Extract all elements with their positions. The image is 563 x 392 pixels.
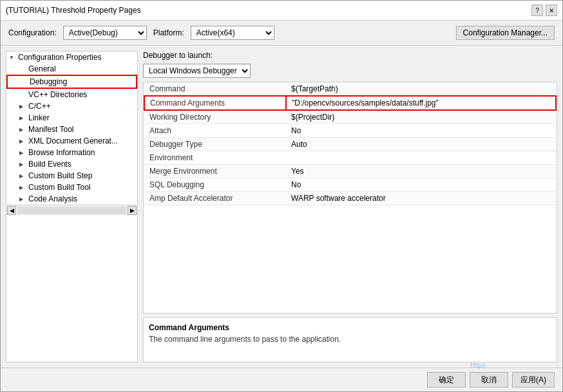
sidebar-item-label: XML Document Generat... [28, 136, 118, 145]
scrollbar-area[interactable]: ◀ ▶ [6, 205, 137, 216]
cancel-button[interactable]: 取消 [470, 372, 508, 387]
sidebar-item-label: Browse Information [28, 148, 95, 157]
sidebar-item-debugging[interactable]: Debugging [6, 75, 137, 89]
property-name: Environment [144, 151, 286, 165]
sidebar-item-linker[interactable]: ▶Linker [6, 112, 137, 124]
bottom-bar: https 确定 取消 应用(A) [1, 368, 562, 391]
sidebar-item-custom-build-tool[interactable]: ▶Custom Build Tool [6, 182, 137, 193]
property-name: Command [144, 82, 286, 96]
property-value: $(ProjectDir) [286, 110, 556, 124]
title-bar: (TUTORIAL) Threshold Property Pages ? ✕ [1, 1, 562, 21]
sidebar-item-build-events[interactable]: ▶Build Events [6, 158, 137, 170]
sidebar-item-browse-information[interactable]: ▶Browse Information [6, 147, 137, 158]
property-value: No [286, 178, 556, 192]
triangle-icon: ▶ [19, 173, 26, 179]
table-row[interactable]: Amp Default AcceleratorWARP software acc… [144, 192, 556, 205]
right-panel: Debugger to launch: Local Windows Debugg… [143, 51, 557, 362]
title-controls: ? ✕ [531, 5, 557, 16]
table-row[interactable]: Merge EnvironmentYes [144, 165, 556, 178]
property-value: No [286, 124, 556, 138]
table-row[interactable]: Debugger TypeAuto [144, 138, 556, 151]
sidebar-item-label: Custom Build Step [28, 171, 92, 180]
property-value [286, 151, 556, 165]
triangle-icon: ▶ [19, 127, 26, 133]
property-name: Debugger Type [144, 138, 286, 151]
sidebar-item-c-cpp[interactable]: ▶C/C++ [6, 100, 137, 112]
sidebar-item-label: Code Analysis [28, 194, 77, 203]
triangle-icon: ▶ [19, 104, 26, 109]
properties-table: Command$(TargetPath)Command Arguments"D:… [144, 82, 557, 205]
scroll-left-btn[interactable]: ◀ [7, 206, 16, 215]
property-value: Yes [286, 165, 556, 178]
window-title: (TUTORIAL) Threshold Property Pages [6, 6, 141, 15]
property-name: Attach [144, 124, 286, 138]
debugger-label: Debugger to launch: [143, 51, 213, 60]
property-value: WARP software accelerator [286, 192, 556, 205]
table-row[interactable]: SQL DebuggingNo [144, 178, 556, 192]
table-row[interactable]: Command$(TargetPath) [144, 82, 556, 96]
property-value: $(TargetPath) [286, 82, 556, 96]
triangle-icon: ▶ [19, 196, 26, 202]
sidebar-item-label: General [28, 64, 56, 73]
description-title: Command Arguments [149, 323, 551, 332]
description-panel: Command Arguments The command line argum… [143, 317, 557, 362]
triangle-icon: ▶ [19, 138, 26, 144]
sidebar-item-label: Configuration Properties [18, 53, 101, 62]
sidebar-item-xml-document[interactable]: ▶XML Document Generat... [6, 135, 137, 147]
sidebar-item-label: VC++ Directories [28, 90, 87, 99]
sidebar-item-label: Custom Build Tool [28, 183, 91, 192]
main-window: (TUTORIAL) Threshold Property Pages ? ✕ … [0, 0, 563, 392]
sidebar-item-label: C/C++ [28, 102, 51, 111]
main-content: ▼Configuration PropertiesGeneralDebuggin… [1, 46, 562, 368]
help-button[interactable]: ? [531, 5, 543, 16]
debugger-select[interactable]: Local Windows Debugger [143, 64, 251, 78]
debugger-select-row: Local Windows Debugger [143, 64, 557, 78]
debugger-row: Debugger to launch: [143, 51, 557, 60]
table-row[interactable]: Command Arguments"D:/opencv/sources/samp… [144, 96, 556, 110]
triangle-icon: ▶ [19, 115, 26, 121]
sidebar-item-vc-directories[interactable]: VC++ Directories [6, 89, 137, 100]
table-row[interactable]: Environment [144, 151, 556, 165]
sidebar-item-code-analysis[interactable]: ▶Code Analysis [6, 193, 137, 205]
config-manager-button[interactable]: Configuration Manager... [456, 26, 555, 40]
left-panel: ▼Configuration PropertiesGeneralDebuggin… [6, 51, 138, 362]
sidebar-item-label: Linker [28, 113, 50, 122]
config-label: Configuration: [8, 28, 57, 37]
sidebar-item-label: Debugging [30, 77, 67, 86]
apply-button[interactable]: 应用(A) [512, 372, 555, 387]
properties-table-container: Command$(TargetPath)Command Arguments"D:… [143, 82, 557, 313]
sidebar-item-configuration-properties[interactable]: ▼Configuration Properties [6, 51, 137, 63]
property-name: Merge Environment [144, 165, 286, 178]
description-text: The command line arguments to pass to th… [149, 335, 551, 344]
triangle-icon: ▶ [19, 162, 26, 167]
sidebar-item-custom-build-step[interactable]: ▶Custom Build Step [6, 170, 137, 182]
property-name: Amp Default Accelerator [144, 192, 286, 205]
triangle-icon: ▶ [19, 185, 26, 191]
property-name: Command Arguments [144, 96, 286, 110]
property-name: Working Directory [144, 110, 286, 124]
platform-label: Platform: [153, 28, 184, 37]
table-row[interactable]: AttachNo [144, 124, 556, 138]
property-value: Auto [286, 138, 556, 151]
ok-button[interactable]: 确定 [427, 372, 466, 387]
table-row[interactable]: Working Directory$(ProjectDir) [144, 110, 556, 124]
platform-select[interactable]: Active(x64) [191, 26, 274, 40]
triangle-icon: ▼ [9, 55, 15, 61]
config-select[interactable]: Active(Debug) [63, 26, 147, 40]
triangle-icon: ▶ [19, 150, 26, 156]
property-name: SQL Debugging [144, 178, 286, 192]
close-button[interactable]: ✕ [546, 5, 557, 16]
sidebar-item-label: Build Events [28, 160, 72, 169]
sidebar-item-general[interactable]: General [6, 63, 137, 75]
property-value: "D:/opencv/sources/samples/data/stuff.jp… [286, 96, 556, 110]
sidebar-item-label: Manifest Tool [28, 125, 73, 134]
config-bar: Configuration: Active(Debug) Platform: A… [1, 21, 562, 46]
sidebar-item-manifest-tool[interactable]: ▶Manifest Tool [6, 124, 137, 135]
scroll-right-btn[interactable]: ▶ [128, 206, 137, 215]
